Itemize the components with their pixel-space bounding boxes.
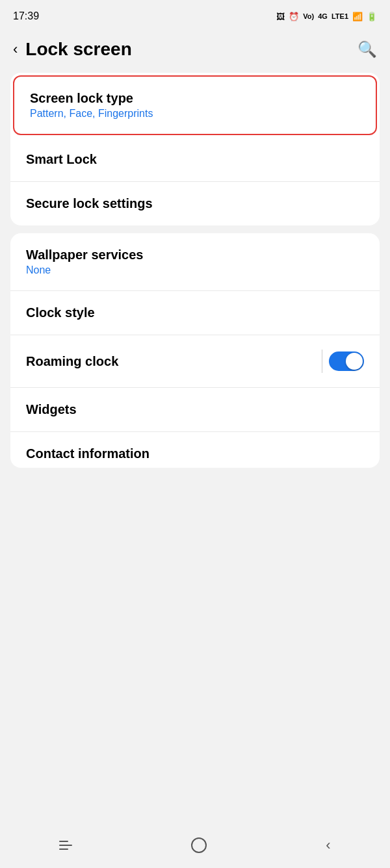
recent-apps-button[interactable] xyxy=(44,834,88,856)
status-bar: 17:39 🖼 ⏰ Vo) 4G LTE1 📶 🔋 xyxy=(0,0,390,32)
clock-style-item[interactable]: Clock style xyxy=(10,291,380,335)
recent-apps-icon xyxy=(59,841,72,850)
wallpaper-services-item[interactable]: Wallpaper services None xyxy=(10,233,380,291)
wallpaper-services-subtitle: None xyxy=(26,264,364,276)
status-time: 17:39 xyxy=(13,10,39,22)
screen-lock-type-item[interactable]: Screen lock type Pattern, Face, Fingerpr… xyxy=(13,75,377,135)
display-group: Wallpaper services None Clock style Roam… xyxy=(10,233,380,468)
screen-lock-type-subtitle: Pattern, Face, Fingerprints xyxy=(30,108,360,120)
nav-line-3 xyxy=(59,849,68,850)
home-button[interactable] xyxy=(176,831,222,860)
secure-lock-settings-title: Secure lock settings xyxy=(26,196,364,211)
back-nav-button[interactable]: ‹ xyxy=(310,830,346,860)
security-group: Screen lock type Pattern, Face, Fingerpr… xyxy=(10,73,380,225)
toggle-divider xyxy=(322,350,322,373)
battery-icon: 🔋 xyxy=(367,12,377,21)
back-button[interactable]: ‹ xyxy=(13,41,18,58)
home-icon xyxy=(191,837,207,853)
wallpaper-services-title: Wallpaper services xyxy=(26,248,364,262)
roaming-clock-title: Roaming clock xyxy=(26,354,118,369)
clock-style-title: Clock style xyxy=(26,305,364,320)
toggle-knob xyxy=(346,353,363,370)
search-button[interactable]: 🔍 xyxy=(358,40,377,58)
secure-lock-settings-item[interactable]: Secure lock settings xyxy=(10,182,380,225)
gallery-icon: 🖼 xyxy=(276,12,285,21)
nav-line-2 xyxy=(59,845,72,846)
roaming-clock-item[interactable]: Roaming clock xyxy=(10,335,380,388)
nav-line-1 xyxy=(59,841,68,842)
widgets-item[interactable]: Widgets xyxy=(10,388,380,432)
alarm-icon: ⏰ xyxy=(289,12,299,21)
contact-information-item[interactable]: Contact information xyxy=(10,432,380,468)
page-title: Lock screen xyxy=(25,39,131,60)
roaming-clock-row: Roaming clock xyxy=(26,350,364,373)
nav-bar: ‹ xyxy=(0,823,390,868)
vol-icon: Vo) xyxy=(303,12,314,20)
contact-information-title: Contact information xyxy=(26,446,364,461)
signal-icon: 📶 xyxy=(352,12,363,21)
smart-lock-item[interactable]: Smart Lock xyxy=(10,138,380,182)
widgets-title: Widgets xyxy=(26,402,364,417)
header-left: ‹ Lock screen xyxy=(13,39,132,60)
header: ‹ Lock screen 🔍 xyxy=(0,32,390,73)
network-icon: 4G xyxy=(318,12,328,20)
roaming-clock-toggle[interactable] xyxy=(329,351,364,371)
back-nav-icon: ‹ xyxy=(326,837,330,854)
roaming-clock-toggle-container xyxy=(322,350,364,373)
content: Screen lock type Pattern, Face, Fingerpr… xyxy=(0,73,390,468)
screen-lock-type-title: Screen lock type xyxy=(30,91,360,106)
smart-lock-title: Smart Lock xyxy=(26,152,364,167)
status-icons: 🖼 ⏰ Vo) 4G LTE1 📶 🔋 xyxy=(276,12,377,21)
lte-icon: LTE1 xyxy=(332,12,348,20)
